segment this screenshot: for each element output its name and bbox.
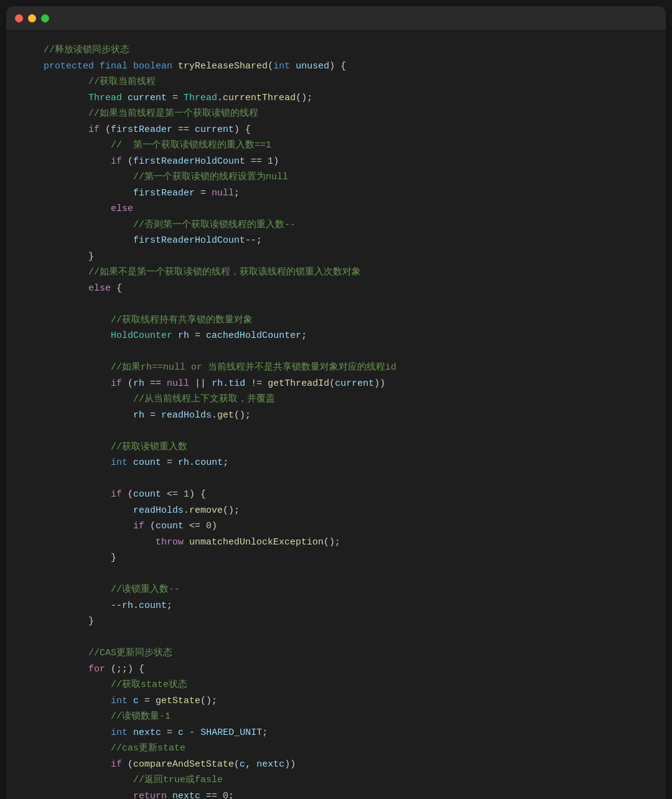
code-token: ; [223,457,228,468]
code-token [172,330,178,341]
code-token [172,61,178,72]
code-line: if (count <= 0) [44,518,641,535]
code-token [44,362,111,373]
code-line: return nextc == 0; [44,788,641,800]
code-token: readHolds [161,410,212,421]
code-token: c [133,696,139,706]
code-token [290,61,296,72]
code-token [44,267,88,278]
code-line: if (rh == null || rh.tid != getThreadId(… [44,376,641,392]
code-token: ) [212,521,217,531]
code-token: ( [268,61,273,72]
code-line: Thread current = Thread.currentThread(); [44,90,641,106]
code-line [44,296,641,312]
code-token: (); [296,93,312,103]
code-line: } [44,249,641,265]
code-token [44,140,111,151]
code-token: . [212,410,217,421]
code-token [44,394,133,404]
code-token: //获取当前线程 [88,77,156,87]
code-token: == [200,791,223,800]
code-token: || [189,378,212,389]
code-token: SHARED_UNIT [200,727,262,738]
code-token: //获取state状态 [111,680,187,690]
code-token [44,93,88,103]
code-token: firstReader [111,124,172,135]
code-line: //如果当前线程是第一个获取读锁的线程 [44,106,641,122]
code-token: <= [184,521,206,531]
code-line: else [44,201,641,217]
code-token: count [133,457,161,468]
code-line: if (count <= 1) { [44,487,641,503]
code-token: nextc [172,791,200,800]
code-window: //释放读锁同步状态protected final boolean tryRel… [6,6,666,799]
code-line: } [44,614,641,630]
code-token: unused [296,61,329,72]
code-line [44,630,641,646]
code-token: if [111,489,122,500]
code-token: HoldCounter [111,330,172,341]
code-token: //如果当前线程是第一个获取读锁的线程 [88,108,258,119]
minimize-button[interactable] [28,14,36,22]
code-token: if [88,124,100,135]
code-token: . [223,378,228,389]
code-token: //如果rh==null or 当前线程并不是共享锁数量对象对应的线程id [111,362,396,373]
code-token: ; [228,791,234,800]
code-line: int c = getState(); [44,693,641,709]
code-token: (); [234,410,251,421]
code-token: for [88,664,105,675]
code-token: tryReleaseShared [178,61,268,72]
code-line: throw unmatchedUnlockException(); [44,535,641,551]
code-token: ; [234,188,240,199]
code-token: rh [212,378,223,389]
code-token: . [189,457,195,468]
code-line: rh = readHolds.get(); [44,408,641,424]
code-token: current [335,378,374,389]
code-token [44,172,133,182]
code-line: readHolds.remove(); [44,503,641,519]
code-token: == [144,378,167,389]
code-token: current [195,124,234,135]
code-line: //如果rh==null or 当前线程并不是共享锁数量对象对应的线程id [44,360,641,376]
code-token [44,505,133,516]
code-token: firstReaderHoldCount [133,156,245,167]
code-token [122,93,128,103]
code-token: . [133,600,139,611]
code-line: --rh.count; [44,598,641,614]
code-line: //释放读锁同步状态 [44,42,641,58]
code-token: == [172,124,195,135]
code-line: if (firstReader == current) { [44,122,641,138]
code-token [128,696,133,706]
maximize-button[interactable] [41,14,49,22]
code-token [44,315,111,325]
code-editor[interactable]: //释放读锁同步状态protected final boolean tryRel… [6,30,666,799]
code-line [44,566,641,582]
code-token: == [245,156,268,167]
code-token: if [111,156,122,167]
code-line [44,471,641,487]
code-token: int [111,696,128,706]
code-token: ( [122,378,133,389]
code-token: )) [284,759,296,770]
code-token: //从当前线程上下文获取，并覆盖 [133,394,275,404]
code-token [44,77,88,87]
close-button[interactable] [15,14,23,22]
code-token: 0 [206,521,212,531]
code-token [44,156,111,167]
code-token: 1 [268,156,273,167]
code-token [128,727,133,738]
code-token: //如果不是第一个获取读锁的线程，获取该线程的锁重入次数对象 [88,267,361,278]
code-token [44,696,111,706]
code-token: //读锁数量-1 [111,711,170,722]
code-token [44,711,111,722]
code-token: ) { [329,61,346,72]
code-token: currentThread [223,93,296,103]
code-token [128,457,133,468]
code-token: rh [178,330,189,341]
code-token: ; [301,330,307,341]
code-token: firstReaderHoldCount [133,235,245,246]
code-line: } [44,550,641,566]
code-line: for (;;) { [44,661,641,678]
code-token: else [88,283,111,294]
code-token [167,791,172,800]
